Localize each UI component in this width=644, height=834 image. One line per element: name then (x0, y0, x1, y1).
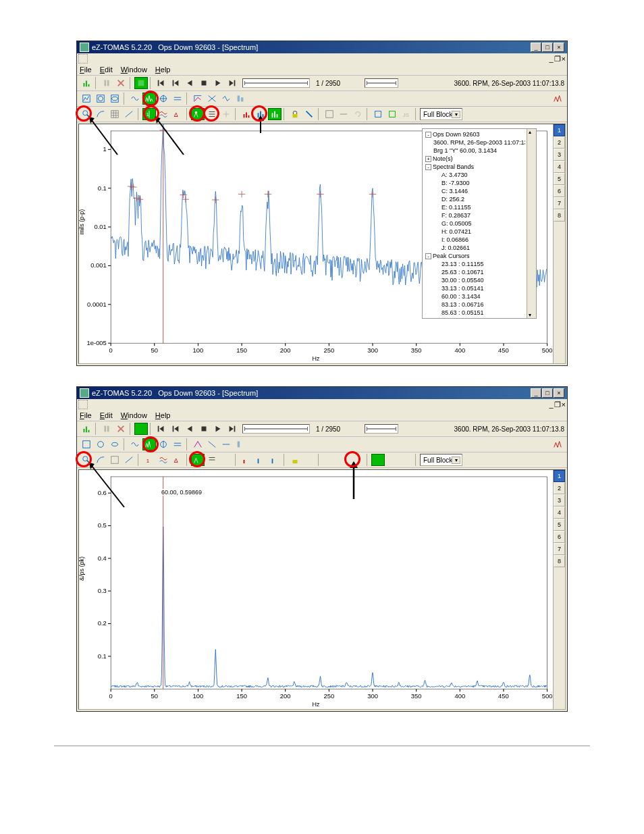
tab-8[interactable]: 8 (554, 209, 565, 221)
export-1-icon[interactable] (371, 454, 385, 466)
frame-slider[interactable] (242, 78, 310, 88)
delete-icon[interactable] (114, 77, 128, 89)
plot-type-8-icon[interactable] (191, 438, 205, 450)
tab-1[interactable]: 1 (554, 124, 565, 136)
bars-1-icon[interactable] (240, 454, 253, 466)
tab-7[interactable]: 7 (554, 543, 565, 555)
plot-type-11-icon[interactable] (234, 438, 247, 450)
mdi-minimize-button[interactable]: _ (549, 400, 553, 409)
bars-3-icon[interactable] (268, 454, 281, 466)
record-icon[interactable] (134, 77, 148, 89)
refresh-icon[interactable] (351, 454, 365, 466)
pause-icon[interactable] (100, 77, 113, 89)
tab-7[interactable]: 7 (554, 197, 565, 209)
peak-cursor-icon[interactable] (191, 454, 205, 466)
legend-scrollbar[interactable] (527, 129, 536, 318)
block-dropdown[interactable]: Full Block (420, 108, 462, 120)
linear-icon[interactable] (122, 108, 136, 120)
stop-icon[interactable] (197, 423, 211, 435)
signal-icon[interactable] (80, 423, 93, 435)
diff-icon[interactable]: Δ (171, 454, 184, 466)
grid-icon[interactable] (108, 454, 122, 466)
tab-6[interactable]: 6 (554, 531, 565, 543)
play-back-icon[interactable] (183, 423, 196, 435)
tab-1[interactable]: 1 (554, 470, 565, 482)
tab-8[interactable]: 8 (554, 555, 565, 567)
mdi-restore-button[interactable]: ❐ (554, 400, 561, 409)
pause-icon[interactable] (100, 423, 113, 435)
plot-type-6-icon[interactable] (157, 93, 170, 105)
peak-cursor-icon[interactable] (191, 108, 205, 120)
maximize-button[interactable]: □ (542, 43, 553, 52)
plot-spectrum-icon[interactable] (142, 93, 156, 105)
plot-type-3-icon[interactable] (108, 93, 122, 105)
tab-4[interactable]: 4 (554, 161, 565, 173)
close-button[interactable]: × (554, 43, 564, 52)
speed-slider[interactable] (365, 424, 398, 434)
mdi-close-button[interactable]: × (562, 55, 566, 63)
menu-edit[interactable]: Edit (100, 66, 113, 74)
export-2-icon[interactable] (385, 108, 399, 120)
mdi-close-button[interactable]: × (562, 400, 566, 409)
menu-window[interactable]: Window (121, 66, 147, 74)
tab-6[interactable]: 6 (554, 185, 565, 197)
log-scale-icon[interactable] (94, 454, 107, 466)
menu-edit[interactable]: Edit (100, 411, 113, 419)
plot-type-1-icon[interactable] (80, 93, 93, 105)
bars-2-icon[interactable] (254, 454, 267, 466)
multi-wave-icon[interactable] (157, 108, 170, 120)
minimize-button[interactable]: _ (531, 43, 541, 52)
menu-window[interactable]: Window (121, 411, 147, 419)
refresh-icon[interactable] (351, 108, 365, 120)
plot-type-10-icon[interactable] (219, 93, 233, 105)
signal-icon[interactable] (80, 77, 93, 89)
plot-type-2-icon[interactable] (94, 93, 107, 105)
plot-type-6-icon[interactable] (157, 438, 170, 450)
plot-type-1-icon[interactable] (80, 438, 93, 450)
tab-5[interactable]: 5 (554, 519, 565, 531)
plot-spectrum-icon[interactable] (142, 438, 156, 450)
maximize-button[interactable]: □ (542, 388, 553, 398)
menu-file[interactable]: File (80, 411, 92, 419)
block-dropdown[interactable]: Full Block (420, 454, 462, 466)
multi-wave-icon[interactable] (157, 454, 170, 466)
forward-full-icon[interactable] (225, 77, 239, 89)
mdi-minimize-button[interactable]: _ (549, 55, 553, 63)
rewind-full-icon[interactable] (155, 77, 168, 89)
tools-icon[interactable] (302, 454, 316, 466)
close-button[interactable]: × (554, 388, 564, 398)
bars-2-icon[interactable] (254, 108, 267, 120)
diff-icon[interactable]: Δ (171, 108, 184, 120)
plot-type-11-icon[interactable] (234, 93, 247, 105)
chart-tool-1-icon[interactable] (323, 454, 336, 466)
forward-full-icon[interactable] (225, 423, 239, 435)
plot-type-8-icon[interactable] (191, 93, 205, 105)
list-icon[interactable] (205, 108, 219, 120)
export-3-icon[interactable]: JS (400, 108, 413, 120)
lock-icon[interactable] (288, 454, 302, 466)
chart-tool-2-icon[interactable] (337, 454, 350, 466)
zoom-icon[interactable] (80, 454, 93, 466)
bars-1-icon[interactable] (240, 108, 253, 120)
export-3-icon[interactable] (400, 454, 413, 466)
list-icon[interactable] (205, 454, 219, 466)
plot-type-4-icon[interactable] (128, 93, 142, 105)
delete-icon[interactable] (114, 423, 128, 435)
plot-type-7-icon[interactable] (171, 438, 184, 450)
cursor-mode-icon[interactable]: 1 (142, 108, 156, 120)
stop-icon[interactable] (197, 77, 211, 89)
play-icon[interactable] (211, 77, 225, 89)
menu-help[interactable]: Help (155, 66, 171, 74)
tab-3[interactable]: 3 (554, 149, 565, 161)
grid-icon[interactable] (108, 108, 122, 120)
plot-type-2-icon[interactable] (94, 438, 107, 450)
tab-3[interactable]: 3 (554, 494, 565, 506)
tab-2[interactable]: 2 (554, 482, 565, 494)
chart-tool-2-icon[interactable] (337, 108, 350, 120)
lock-icon[interactable] (288, 108, 302, 120)
plot-type-9-icon[interactable] (205, 438, 219, 450)
plot-2[interactable]: 0501001502002503003504004505000.60.50.40… (79, 470, 553, 709)
bars-3-icon[interactable] (268, 108, 281, 120)
linear-icon[interactable] (122, 454, 136, 466)
export-1-icon[interactable] (371, 108, 385, 120)
